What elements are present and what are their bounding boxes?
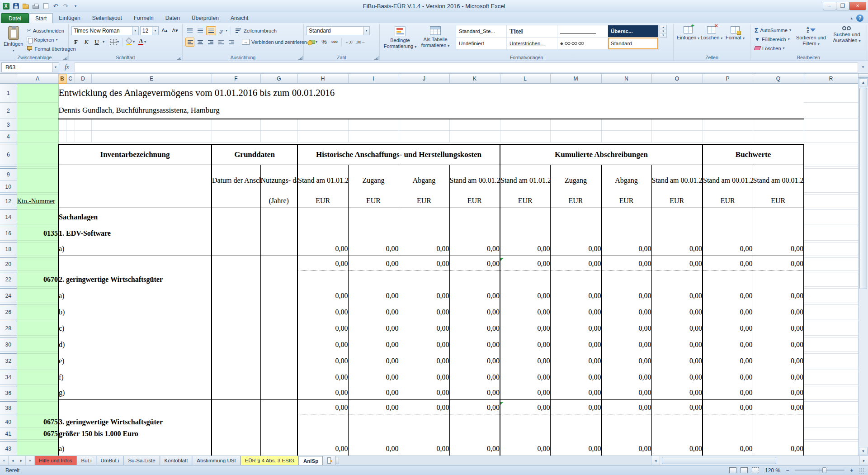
horizontal-scrollbar[interactable]: ◂ ▸ <box>651 456 868 465</box>
value-cell-I32[interactable]: 0,00 <box>348 354 399 368</box>
row-header-24[interactable]: 24 <box>0 289 17 303</box>
table-column-header[interactable]: Zugang <box>348 169 399 193</box>
cell-G4[interactable] <box>260 131 297 142</box>
cell-I41[interactable] <box>348 428 399 440</box>
subtotal-cell-K38[interactable]: 0,00 <box>449 402 500 414</box>
cell[interactable] <box>212 370 260 385</box>
subtotal-cell-O38[interactable]: 0,00 <box>651 402 703 414</box>
horizontal-scroll-track[interactable] <box>661 457 859 464</box>
cell-M41[interactable] <box>550 428 601 440</box>
cell-R43[interactable] <box>804 442 858 456</box>
cell-A40[interactable]: 0675 <box>17 416 58 428</box>
cell[interactable] <box>260 258 297 271</box>
cell-R28[interactable] <box>804 321 858 336</box>
unit-jahre[interactable]: (Jahre) <box>260 195 297 208</box>
cell[interactable] <box>212 226 260 241</box>
column-header-D[interactable]: D <box>75 74 91 84</box>
save-icon[interactable] <box>12 2 20 10</box>
cell-R6[interactable] <box>804 144 858 165</box>
value-cell-N26[interactable]: 0,00 <box>601 305 651 319</box>
value-cell-M32[interactable]: 0,00 <box>550 354 601 368</box>
value-cell-P18[interactable]: 0,00 <box>703 242 753 256</box>
cell-R2[interactable] <box>804 103 858 119</box>
cell[interactable] <box>260 305 297 319</box>
cell-A1[interactable] <box>17 84 58 103</box>
value-cell-N28[interactable]: 0,00 <box>601 321 651 336</box>
cell-R18[interactable] <box>804 242 858 256</box>
value-cell-M34[interactable]: 0,00 <box>550 370 601 385</box>
cell-I16[interactable] <box>348 226 399 241</box>
value-cell-K43[interactable]: 0,00 <box>449 442 500 456</box>
sheet-tab-su-sa-liste[interactable]: Su-Sa-Liste <box>123 456 160 465</box>
value-cell-O43[interactable]: 0,00 <box>651 442 703 456</box>
item-label[interactable]: e) <box>58 354 212 368</box>
cell-N3[interactable] <box>601 119 651 131</box>
row-header-6[interactable]: 6 <box>0 144 17 165</box>
cell-R38[interactable] <box>804 402 858 414</box>
column-header-B[interactable]: B <box>58 74 66 84</box>
row-header-16[interactable]: 16 <box>0 226 17 241</box>
value-cell-N34[interactable]: 0,00 <box>601 370 651 385</box>
row-header-34[interactable]: 34 <box>0 370 17 385</box>
delete-cells-button[interactable]: Löschen ▾ <box>700 25 723 41</box>
open-icon[interactable] <box>22 2 30 10</box>
table-column-header[interactable]: Abgang <box>601 169 651 193</box>
accounting-format-button[interactable]: ▾ <box>307 38 318 47</box>
value-cell-H18[interactable]: 0,00 <box>297 242 348 256</box>
value-cell-L30[interactable]: 0,00 <box>500 337 550 352</box>
sheet-tab-eür-4-abs-3-estg[interactable]: EÜR § 4 Abs. 3 EStG <box>241 456 299 465</box>
row-header-26[interactable]: 26 <box>0 305 17 319</box>
align-top-button[interactable] <box>185 26 194 35</box>
value-cell-K24[interactable]: 0,00 <box>449 289 500 303</box>
sheet-tab-umbuli[interactable]: UmBuLi <box>96 456 124 465</box>
subtotal-cell-P38[interactable]: 0,00 <box>703 402 753 414</box>
row-header-4[interactable]: 4 <box>0 131 17 142</box>
align-center-button[interactable] <box>196 38 205 47</box>
cell-H40[interactable] <box>297 416 348 428</box>
cell-A16[interactable]: 0135 <box>17 226 58 241</box>
cell[interactable] <box>212 402 260 414</box>
subtotal-cell-J38[interactable]: 0,00 <box>399 402 449 414</box>
cell-style-line[interactable] <box>557 25 608 38</box>
value-cell-I26[interactable]: 0,00 <box>348 305 399 319</box>
cell-R36[interactable] <box>804 386 858 400</box>
cell-K22[interactable] <box>449 272 500 287</box>
value-cell-Q34[interactable]: 0,00 <box>753 370 804 385</box>
value-cell-H36[interactable]: 0,00 <box>297 386 348 400</box>
cell-H22[interactable] <box>297 272 348 287</box>
cell-N14[interactable] <box>601 210 651 224</box>
increase-indent-button[interactable] <box>227 38 236 47</box>
value-cell-N43[interactable]: 0,00 <box>601 442 651 456</box>
cell[interactable] <box>212 428 260 440</box>
subtotal-cell-H38[interactable]: 0,00 <box>297 402 348 414</box>
cell-A20[interactable] <box>17 258 58 271</box>
zoom-in-button[interactable]: + <box>849 467 855 474</box>
value-cell-H32[interactable]: 0,00 <box>297 354 348 368</box>
subtotal-cell-Q38[interactable]: 0,00 <box>753 402 804 414</box>
cell-M3[interactable] <box>550 119 601 131</box>
table-column-header[interactable]: Stand am 00.01.2015 <box>703 169 753 193</box>
cell-L41[interactable] <box>500 428 550 440</box>
cell[interactable] <box>260 337 297 352</box>
unit-eur[interactable]: EUR <box>500 195 550 208</box>
cell-I14[interactable] <box>348 210 399 224</box>
value-cell-L36[interactable]: 0,00 <box>500 386 550 400</box>
last-sheet-button[interactable]: » <box>26 456 34 465</box>
cell[interactable] <box>260 226 297 241</box>
unit-eur[interactable]: EUR <box>601 195 651 208</box>
dialog-launcher-icon[interactable] <box>63 56 67 60</box>
cell-K4[interactable] <box>449 131 500 142</box>
cell-style-titel[interactable]: Titel <box>507 25 557 38</box>
tab-split-handle[interactable] <box>336 457 339 464</box>
align-right-button[interactable] <box>206 38 215 47</box>
scroll-right-icon[interactable]: ▸ <box>859 456 868 465</box>
cell-I22[interactable] <box>348 272 399 287</box>
sheet-tab-abstimmung-ust[interactable]: Abstimmung USt <box>192 456 240 465</box>
value-cell-Q18[interactable]: 0,00 <box>753 242 804 256</box>
document-subtitle[interactable]: Dennis Gundlach, Buchführungsassistenz, … <box>58 103 804 119</box>
cell-P16[interactable] <box>703 226 753 241</box>
item-label[interactable]: b) <box>58 305 212 319</box>
value-cell-P30[interactable]: 0,00 <box>703 337 753 352</box>
cell[interactable] <box>260 354 297 368</box>
row-header-41[interactable]: 41 <box>0 428 17 440</box>
